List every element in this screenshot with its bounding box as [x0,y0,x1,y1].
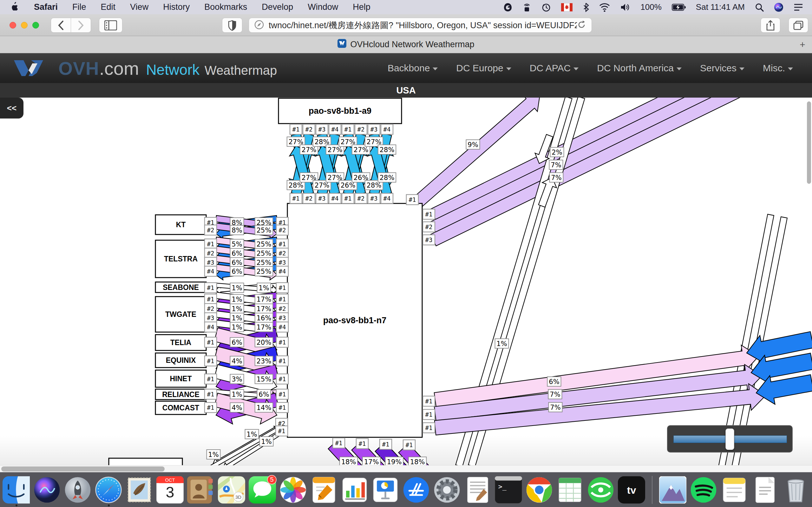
menu-item-window[interactable]: Window [300,0,345,14]
dock-pages[interactable] [310,476,338,504]
dock-chrome[interactable] [525,476,553,504]
load-percent-label: 1% [258,284,269,292]
dock-numbers[interactable] [341,476,368,504]
port-tag-label: #1 [279,296,286,302]
avast-icon[interactable] [503,3,512,12]
share-button[interactable] [761,18,780,33]
port-tag-label: #1 [293,126,300,133]
address-bar[interactable]: twnoc/hinet.net/機房連外線路圖? "Hillsboro, Ore… [249,18,592,33]
load-percent-label: 3% [232,376,242,383]
wifi-icon[interactable] [599,3,610,12]
svg-text:3D: 3D [235,495,241,500]
dock-trash[interactable] [782,476,809,504]
dock-keynote[interactable] [372,476,399,504]
zoom-slider-handle[interactable] [725,429,734,450]
battery-icon[interactable] [672,3,686,11]
port-tag-label: #3 [207,314,214,321]
new-tab-button[interactable]: + [796,39,809,51]
dock-docs[interactable] [751,476,779,504]
port-tag-label: #3 [318,195,326,202]
load-percent-label: 6% [232,250,242,257]
desktop: SafariFileEditViewHistoryBookmarksDevelo… [0,0,812,507]
port-tag-label: #2 [207,227,214,233]
dock-messages[interactable]: 5 [249,476,276,504]
url-text[interactable]: twnoc/hinet.net/機房連外線路圖? "Hillsboro, Ore… [269,20,577,31]
port-tag-label: #1 [345,126,352,133]
dock-sysprefs[interactable] [433,476,461,504]
dock-photos[interactable] [280,476,307,504]
dock-mail[interactable] [125,476,153,504]
horizontal-scrollbar-thumb[interactable] [1,466,165,471]
menu-clock[interactable]: Sat 11:41 AM [696,2,745,12]
hotspot-icon[interactable] [522,2,531,12]
load-percent-label: 18% [341,458,356,465]
privacy-shield-icon[interactable] [222,18,242,33]
tab-overview-button[interactable] [789,18,808,33]
menu-item-history[interactable]: History [156,0,197,14]
dock-notes[interactable] [721,476,748,504]
dock-grid[interactable] [556,476,583,504]
window-close-button[interactable] [9,22,16,29]
nav-item-services[interactable]: Services [700,63,745,73]
load-percent-label: 20% [257,339,271,346]
dock-globe[interactable] [587,476,614,504]
window-zoom-button[interactable] [32,22,39,29]
load-percent-label: 1% [232,296,242,303]
nav-item-label: Backbone [388,63,430,73]
dock-terminal[interactable]: >_ [495,476,522,504]
window-minimize-button[interactable] [21,22,28,29]
nav-item-misc-[interactable]: Misc. [763,63,793,73]
ovh-logo [13,58,44,78]
menu-item-edit[interactable]: Edit [94,0,123,14]
timemachine-icon[interactable] [542,3,551,12]
spotlight-icon[interactable] [755,3,764,12]
menu-item-develop[interactable]: Develop [254,0,300,14]
apple-menu[interactable] [0,0,27,14]
nav-item-dc-europe[interactable]: DC Europe [456,63,511,73]
dock-spotify[interactable] [690,476,717,504]
vertical-scrollbar-thumb[interactable] [807,101,811,184]
volume-icon[interactable] [620,3,630,12]
dock-safari[interactable] [95,476,122,504]
sidebar-toggle-button[interactable] [99,18,122,33]
load-percent-label: 1% [261,438,271,446]
svg-text:tv: tv [627,485,636,496]
dock-desktop[interactable] [659,476,687,504]
bluetooth-icon[interactable] [583,3,589,12]
load-percent-label: 1% [232,324,242,331]
menu-item-view[interactable]: View [123,0,156,14]
dock-finder[interactable] [3,476,30,504]
dock-appletv[interactable]: tv [618,476,645,504]
port-tag-label: #3 [207,259,214,266]
battery-percent: 100% [641,2,662,12]
port-tag-label: #2 [305,126,313,133]
dock-contacts[interactable] [187,476,214,504]
load-percent-label: 28% [367,181,382,189]
back-button[interactable] [51,18,71,33]
tab-ovh-weathermap[interactable]: OVHcloud Network Weathermap [338,39,474,50]
nav-item-backbone[interactable]: Backbone [388,63,438,73]
port-tag-label: #1 [425,398,433,405]
nav-item-dc-apac[interactable]: DC APAC [530,63,578,73]
dock-launchpad[interactable] [64,476,91,504]
menu-item-file[interactable]: File [65,0,94,14]
dock-textedit[interactable] [464,476,491,504]
siri-icon[interactable] [774,3,783,12]
menu-item-safari[interactable]: Safari [27,0,65,14]
menu-item-help[interactable]: Help [345,0,378,14]
dock-appstore[interactable] [403,476,430,504]
dock-siri[interactable] [33,476,61,504]
port-tag-label: #1 [278,428,286,435]
dock-calendar[interactable]: OCT3 [156,476,184,504]
nav-item-dc-north-america[interactable]: DC North America [597,63,681,73]
menu-item-bookmarks[interactable]: Bookmarks [197,0,254,14]
flag-ca-icon[interactable] [561,3,572,11]
forward-button[interactable] [71,18,91,33]
list-icon[interactable] [794,3,803,11]
dock-maps[interactable]: 3D [218,476,245,504]
port-tag-label: #1 [207,284,214,291]
port-tag-label: #1 [279,339,286,346]
node-partial[interactable] [109,458,183,465]
sidebar-collapse-tab[interactable]: << [0,98,23,118]
reload-icon[interactable] [577,20,587,31]
